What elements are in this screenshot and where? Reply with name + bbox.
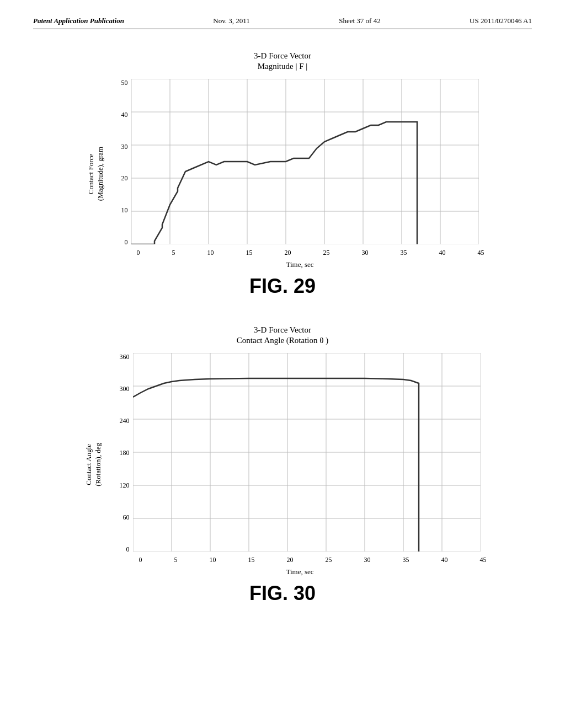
- chart-fig30: 3-D Force Vector Contact Angle (Rotation…: [33, 325, 532, 605]
- chart1-svg: [131, 79, 479, 244]
- page-header: Patent Application Publication Nov. 3, 2…: [33, 17, 532, 29]
- fig30-label: FIG. 30: [33, 582, 532, 605]
- chart-fig29: 3-D Force Vector Magnitude | F | Contact…: [33, 51, 532, 298]
- chart2-title-line2: Contact Angle (Rotation θ ): [33, 336, 532, 345]
- chart2-svg-wrapper: [133, 353, 481, 554]
- chart2-x-label: Time, sec: [286, 568, 313, 576]
- chart2-x-ticks: 0 5 10 15 20 25 30 35 40 45: [139, 556, 487, 564]
- chart1-y-label: Contact Force (Magnitude), gram: [81, 147, 111, 201]
- chart2-title-line1: 3-D Force Vector: [33, 325, 532, 335]
- chart1-svg-wrapper: [131, 79, 479, 247]
- publication-label: Patent Application Publication: [33, 17, 124, 25]
- chart1-title-line2: Magnitude | F |: [33, 62, 532, 71]
- chart2-y-label: Contact Angle (Rotation), deg: [79, 443, 109, 486]
- chart2-svg: [133, 353, 481, 552]
- page: Patent Application Publication Nov. 3, 2…: [0, 0, 565, 728]
- chart1-x-ticks: 0 5 10 15 20 25 30 35 40 45: [137, 249, 484, 257]
- chart1-plot: 50 40 30 20 10 0: [116, 79, 484, 269]
- date-label: Nov. 3, 2011: [213, 17, 250, 25]
- patent-number-label: US 2011/0270046 A1: [470, 17, 532, 25]
- sheet-label: Sheet 37 of 42: [339, 17, 380, 25]
- chart2-y-ticks: 360 300 240 180 120 60 0: [120, 353, 133, 554]
- chart2-plot: 360 300 240 180 120 60 0: [114, 353, 487, 576]
- fig29-label: FIG. 29: [33, 275, 532, 298]
- chart1-x-label: Time, sec: [286, 260, 313, 269]
- chart1-title-line1: 3-D Force Vector: [33, 51, 532, 61]
- chart1-y-ticks: 50 40 30 20 10 0: [121, 79, 131, 247]
